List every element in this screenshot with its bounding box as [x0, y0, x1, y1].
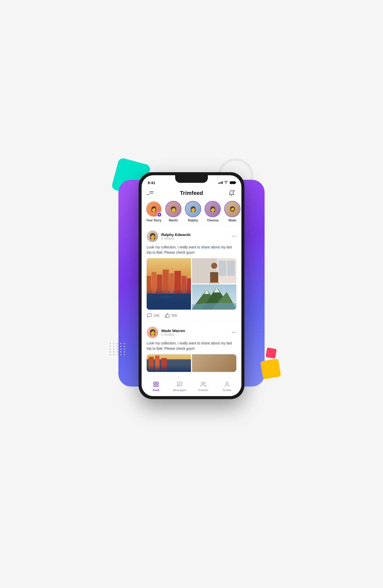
story-item-wade[interactable]: 🧔 Wade — [224, 201, 240, 222]
svg-point-36 — [202, 382, 204, 384]
post-more-button[interactable] — [232, 332, 236, 333]
app-title: Trimfeed — [180, 190, 203, 196]
phone-notch — [175, 175, 208, 183]
post-image-preview-2 — [192, 354, 236, 372]
svg-rect-4 — [157, 275, 162, 293]
svg-rect-9 — [187, 278, 191, 293]
svg-rect-1 — [147, 291, 191, 310]
story-avatar-wrap: 🧑 — [165, 201, 181, 217]
story-avatar-wrap: 👩 — [185, 201, 201, 217]
svg-rect-28 — [155, 356, 159, 372]
messages-icon — [176, 381, 183, 388]
story-avatar-wrap: 🧔 — [224, 201, 240, 217]
friends-icon — [200, 381, 207, 388]
nav-item-friends[interactable]: Friends — [191, 381, 215, 392]
svg-rect-7 — [174, 271, 181, 293]
phone-frame: 9:41 — [139, 172, 244, 399]
post-user: 👩 Ralphy Edwards 2 minutes — [147, 230, 191, 242]
story-item-theresa[interactable]: 👩 Theresa — [205, 201, 221, 222]
post-image-person — [192, 258, 236, 283]
nav-item-feed[interactable]: Feed — [144, 381, 168, 392]
feed-icon — [153, 381, 159, 388]
notification-badge — [233, 190, 235, 192]
post-more-button[interactable] — [232, 236, 236, 237]
nav-label-feed: Feed — [153, 389, 159, 392]
phone-screen: 9:41 — [142, 175, 241, 396]
notification-button[interactable] — [227, 188, 236, 198]
svg-rect-12 — [167, 295, 167, 299]
menu-icon — [149, 193, 153, 193]
svg-rect-2 — [147, 276, 151, 293]
like-icon — [165, 313, 170, 318]
svg-rect-32 — [156, 385, 158, 387]
svg-point-17 — [211, 263, 217, 269]
menu-icon — [149, 191, 153, 192]
svg-rect-3 — [152, 272, 156, 293]
status-icons — [218, 181, 235, 185]
nav-item-messages[interactable]: Messages — [168, 381, 191, 392]
svg-rect-6 — [169, 273, 174, 293]
story-ring: 🧔 — [224, 201, 240, 217]
svg-rect-16 — [227, 261, 235, 276]
story-avatar-wrap: 👩 — [205, 201, 221, 217]
post-header: 👩 Ralphy Edwards 2 minutes — [147, 230, 236, 242]
story-name: Theresa — [207, 219, 218, 222]
story-name: Wade — [228, 219, 236, 222]
post-username: Ralphy Edwards — [161, 232, 191, 237]
post-header: 👩 Wade Warren 2 minutes — [147, 327, 236, 338]
svg-rect-30 — [154, 382, 155, 384]
wifi-icon — [224, 181, 228, 185]
avatar: 👩 — [147, 230, 158, 242]
post-username: Wade Warren — [161, 329, 185, 333]
stories-row: 👩 + Your Story 🧑 Martin — [142, 201, 241, 226]
story-name: Your Story — [146, 219, 161, 222]
post-avatar: 👩 — [147, 327, 158, 338]
story-ring: 👩 — [185, 201, 201, 217]
svg-rect-29 — [161, 358, 167, 372]
svg-rect-10 — [147, 293, 191, 310]
add-story-button[interactable]: + — [157, 212, 162, 217]
post-image-preview-1 — [147, 354, 191, 372]
bottom-nav: Feed Messages — [142, 378, 241, 396]
story-item-your-story[interactable]: 👩 + Your Story — [146, 201, 162, 222]
story-name: Ralphy — [188, 219, 198, 222]
post-time: 2 minutes — [161, 333, 185, 336]
post-time: 2 minutes — [161, 237, 191, 240]
post-user-info: Wade Warren 2 minutes — [161, 329, 185, 336]
avatar: 🧑 — [166, 201, 181, 217]
post-text: Look my collection, i really want to sha… — [147, 341, 236, 351]
post-images-preview — [147, 354, 236, 372]
avatar: 👩 — [147, 327, 158, 338]
post-2: 👩 Wade Warren 2 minutes — [142, 322, 241, 376]
like-count: 50k — [172, 313, 177, 317]
deco-yellow-shape — [260, 358, 281, 379]
post-user: 👩 Wade Warren 2 minutes — [147, 327, 185, 338]
comment-action[interactable]: 24k — [147, 313, 159, 318]
story-item-ralphy[interactable]: 👩 Ralphy — [185, 201, 201, 222]
status-time: 9:41 — [148, 181, 155, 185]
post-user-info: Ralphy Edwards 2 minutes — [161, 232, 191, 240]
svg-rect-27 — [149, 357, 154, 372]
deco-dots — [110, 343, 126, 355]
nav-item-profile[interactable]: Profile — [215, 381, 239, 392]
post-images — [147, 258, 236, 310]
like-action[interactable]: 50k — [165, 313, 177, 318]
menu-button[interactable] — [147, 188, 156, 198]
post-image-mountain — [192, 284, 236, 310]
feed: 👩 Ralphy Edwards 2 minutes — [142, 226, 241, 396]
avatar: 🧔 — [225, 201, 240, 217]
avatar: 👩 — [185, 201, 201, 217]
battery-icon — [230, 181, 235, 184]
post-text: Look my collection, i really want to sha… — [147, 245, 236, 255]
svg-rect-8 — [181, 276, 186, 293]
svg-rect-18 — [210, 272, 218, 282]
comment-icon — [147, 313, 152, 318]
deco-red-shape — [266, 347, 277, 359]
svg-point-11 — [160, 296, 173, 299]
post-image-city — [147, 258, 191, 310]
nav-label-profile: Profile — [223, 389, 231, 392]
app-header: Trimfeed — [142, 186, 241, 201]
avatar: 👩 — [205, 201, 220, 217]
signal-icon — [218, 181, 223, 184]
story-item-martin[interactable]: 🧑 Martin — [165, 201, 181, 222]
